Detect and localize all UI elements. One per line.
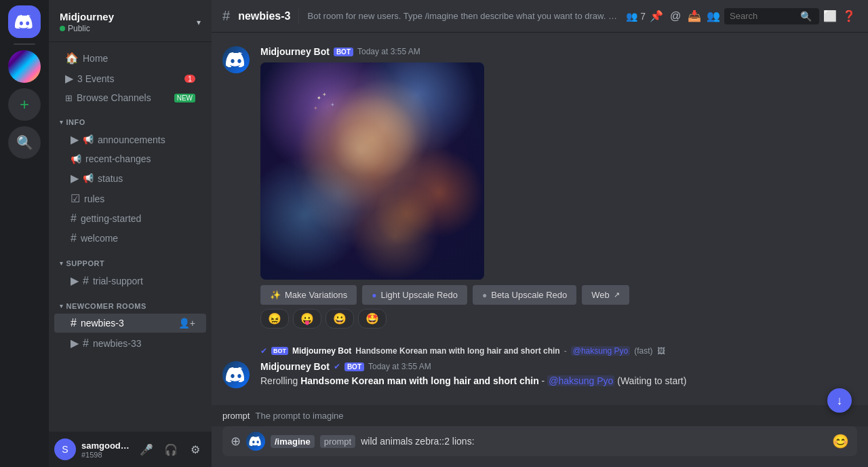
newbies33-hash-icon: # (83, 337, 89, 350)
help-button[interactable]: ❓ (841, 8, 857, 24)
getting-started-hash-icon: # (71, 212, 77, 225)
sidebar-item-browse[interactable]: ⊞ Browse Channels NEW (54, 89, 206, 107)
beta-upscale-label: Beta Upscale Redo (491, 290, 567, 300)
bot-avatar-2 (222, 361, 250, 388)
image-content (260, 62, 484, 280)
bot-badge: BOT (334, 48, 353, 56)
reaction-angry[interactable]: 😖 (260, 309, 289, 329)
user-controls: 🎤 🎧 ⚙ (136, 438, 206, 460)
prompt-hint: prompt The prompt to imagine (212, 405, 868, 426)
header-icons: 👥 7 📌 @ 📥 👥 🔍 ⬜ ❓ (626, 8, 857, 24)
message-time: Today at 3:55 AM (357, 47, 420, 56)
reaction-grin[interactable]: 😀 (326, 309, 354, 329)
channel-header: # newbies-3 Bot room for new users. Type… (212, 0, 868, 33)
newbies33-arrow-icon: ▶ (71, 337, 79, 350)
messages-area: Midjourney Bot BOT Today at 3:55 AM ✨ (212, 33, 868, 405)
channel-list: 🏠 Home ▶ 3 Events 1 ⊞ Browse Channels NE… (49, 42, 212, 432)
message-block-image: Midjourney Bot BOT Today at 3:55 AM ✨ (222, 43, 857, 331)
section-arrow-support: ▾ (60, 260, 64, 267)
user-avatar: S (54, 438, 76, 460)
recent-changes-icon: 📢 (71, 154, 81, 164)
events-arrow-icon: ▶ (65, 72, 73, 85)
make-variations-button[interactable]: ✨ Make Variations (260, 285, 357, 305)
settings-button[interactable]: ⚙ (184, 438, 206, 460)
compact-header-line: ✔ BOT Midjourney Bot Handsome Korean man… (222, 345, 857, 358)
search-bar[interactable]: 🔍 (724, 8, 819, 24)
light-upscale-redo-button[interactable]: ● Light Upscale Redo (362, 285, 467, 305)
reaction-tongue[interactable]: 😛 (293, 309, 321, 329)
home-icon: 🏠 (65, 52, 79, 64)
variations-icon: ✨ (270, 290, 281, 300)
prompt-keyword: prompt (222, 411, 250, 421)
members-count-value: 7 (640, 11, 646, 22)
welcome-hash-icon: # (71, 232, 77, 244)
browse-new-badge: NEW (174, 94, 195, 102)
compact-image-icon: 🖼 (657, 346, 665, 356)
section-info[interactable]: ▾ INFO (49, 107, 212, 129)
message-author-2: Midjourney Bot (260, 361, 330, 372)
message-group-image: Midjourney Bot BOT Today at 3:55 AM ✨ (222, 43, 857, 334)
discover-icon[interactable]: 🔍 (8, 126, 41, 159)
user-panel: S samgoodw... #1598 🎤 🎧 ⚙ (49, 432, 212, 467)
announcements-arrow-icon: ▶ (71, 133, 79, 146)
channel-hash-icon: # (222, 8, 230, 24)
message-author-line: Midjourney Bot BOT Today at 3:55 AM (260, 46, 857, 57)
trial-arrow-icon: ▶ (71, 274, 79, 287)
reaction-star-eyes[interactable]: 🤩 (358, 309, 387, 329)
mention-button[interactable]: @ (667, 8, 684, 24)
compact-topic-suffix: (fast) (634, 346, 652, 356)
members-list-button[interactable]: 👥 (705, 8, 722, 24)
discord-server-icon[interactable] (8, 5, 41, 38)
prompt-description: The prompt to imagine (255, 411, 343, 421)
channel-newbies-3[interactable]: # newbies-3 👤+ (54, 314, 206, 333)
inbox-msg-button[interactable]: ⬜ (822, 8, 838, 24)
channel-sidebar: Midjourney Public ▾ 🏠 Home ▶ 3 Events 1 … (49, 0, 212, 467)
input-avatar (246, 432, 265, 451)
events-badge: 1 (184, 75, 195, 83)
rerolling-prefix: Rerolling (260, 375, 300, 386)
emoji-reactions: 😖 😛 😀 🤩 (260, 309, 857, 329)
channel-welcome[interactable]: # welcome (54, 229, 206, 248)
status-arrow-icon: ▶ (71, 172, 79, 185)
sidebar-item-home[interactable]: 🏠 Home (54, 48, 206, 68)
notification-pin-button[interactable]: 📌 (648, 8, 665, 24)
members-count: 👥 7 (626, 11, 646, 22)
channel-rules[interactable]: ☑ rules (54, 189, 206, 208)
server-header[interactable]: Midjourney Public ▾ (49, 0, 212, 42)
inbox-button[interactable]: 📥 (686, 8, 703, 24)
compact-topic-bold: Handsome Korean man with long hair and s… (355, 346, 559, 356)
web-button[interactable]: Web ↗ (582, 285, 629, 305)
channel-announcements[interactable]: ▶ 📢 announcements (54, 130, 206, 149)
light-upscale-icon: ● (372, 291, 376, 300)
mute-button[interactable]: 🎤 (136, 438, 157, 460)
message-block-reroll: Midjourney Bot ✔ BOT Today at 3:55 AM Re… (222, 358, 857, 391)
message-time-2: Today at 3:55 AM (368, 362, 431, 371)
deafen-button[interactable]: 🎧 (160, 438, 182, 460)
external-link-icon: ↗ (614, 291, 620, 299)
channel-trial-support[interactable]: ▶ # trial-support (54, 271, 206, 291)
add-attachment-button[interactable]: ⊕ (231, 434, 241, 449)
image-attachment (260, 62, 484, 280)
add-member-icon[interactable]: 👤+ (178, 318, 195, 329)
message-group-reroll: ✔ BOT Midjourney Bot Handsome Korean man… (222, 345, 857, 394)
midjourney-server-icon[interactable] (8, 50, 41, 83)
section-newcomer[interactable]: ▾ NEWCOMER ROOMS (49, 291, 212, 313)
message-input[interactable] (361, 436, 827, 447)
light-upscale-label: Light Upscale Redo (381, 290, 458, 300)
channel-recent-changes[interactable]: 📢 recent-changes (54, 150, 206, 168)
beta-upscale-icon: ● (482, 291, 487, 300)
message-input-area: ⊕ /imagine prompt 😊 (212, 426, 868, 467)
sidebar-item-events[interactable]: ▶ 3 Events 1 (54, 69, 206, 88)
search-input[interactable] (730, 11, 797, 21)
add-server-icon[interactable]: + (8, 88, 41, 121)
channel-status[interactable]: ▶ 📢 status (54, 168, 206, 188)
message-author-line-2: Midjourney Bot ✔ BOT Today at 3:55 AM (260, 361, 857, 372)
section-support[interactable]: ▾ SUPPORT (49, 248, 212, 270)
beta-upscale-redo-button[interactable]: ● Beta Upscale Redo (473, 285, 576, 305)
channel-getting-started[interactable]: # getting-started (54, 209, 206, 228)
search-icon: 🔍 (800, 11, 812, 22)
rerolling-bold: Handsome Korean man with long hair and s… (300, 375, 539, 386)
channel-newbies-33[interactable]: ▶ # newbies-33 (54, 333, 206, 353)
emoji-picker-button[interactable]: 😊 (832, 433, 849, 449)
browse-icon: ⊞ (65, 93, 73, 103)
